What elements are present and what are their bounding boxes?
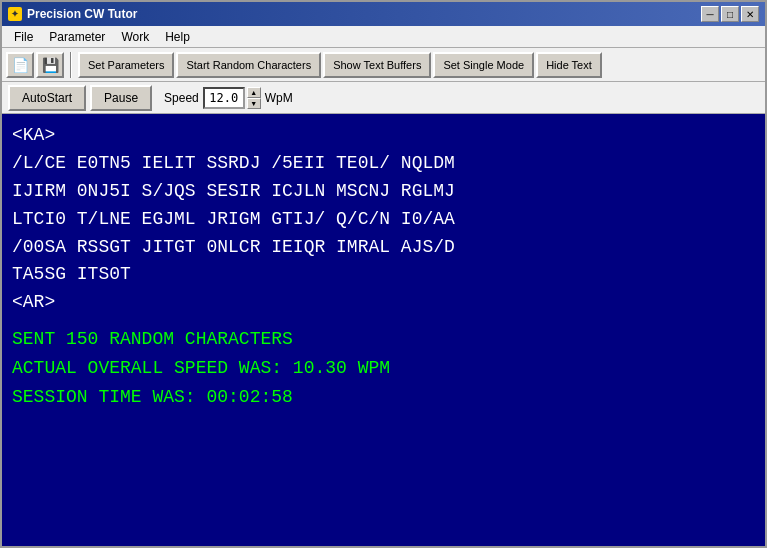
action-bar: AutoStart Pause Speed ▲ ▼ WpM	[2, 82, 765, 114]
menu-parameter[interactable]: Parameter	[41, 28, 113, 46]
speed-input[interactable]	[203, 87, 245, 109]
speed-container: ▲ ▼	[203, 87, 261, 109]
autostart-button[interactable]: AutoStart	[8, 85, 86, 111]
main-content: <KA> /L/CE E0TN5 IELIT SSRDJ /5EII TE0L/…	[2, 114, 765, 546]
status-line-1: SENT 150 RANDOM CHARACTERS	[12, 325, 755, 354]
cw-line-5: /00SA RSSGT JITGT 0NLCR IEIQR IMRAL AJS/…	[12, 234, 755, 262]
cw-line-4: LTCI0 T/LNE EGJML JRIGM GTIJ/ Q/C/N I0/A…	[12, 206, 755, 234]
menu-work[interactable]: Work	[113, 28, 157, 46]
cw-line-6: TA5SG ITS0T	[12, 261, 755, 289]
toolbar-separator	[70, 52, 72, 78]
close-button[interactable]: ✕	[741, 6, 759, 22]
start-random-button[interactable]: Start Random Characters	[176, 52, 321, 78]
wpm-label: WpM	[265, 91, 293, 105]
menu-help[interactable]: Help	[157, 28, 198, 46]
speed-spinner: ▲ ▼	[247, 87, 261, 109]
speed-label: Speed	[164, 91, 199, 105]
cw-text-area: <KA> /L/CE E0TN5 IELIT SSRDJ /5EII TE0L/…	[12, 122, 755, 317]
window-title: Precision CW Tutor	[27, 7, 137, 21]
minimize-button[interactable]: ─	[701, 6, 719, 22]
pause-button[interactable]: Pause	[90, 85, 152, 111]
status-line-3: SESSION TIME WAS: 00:02:58	[12, 383, 755, 412]
show-text-buffers-button[interactable]: Show Text Buffers	[323, 52, 431, 78]
status-line-2: ACTUAL OVERALL SPEED WAS: 10.30 WPM	[12, 354, 755, 383]
cw-line-1: <KA>	[12, 122, 755, 150]
window-controls: ─ □ ✕	[701, 6, 759, 22]
app-icon: ✦	[8, 7, 22, 21]
main-window: ✦ Precision CW Tutor ─ □ ✕ File Paramete…	[0, 0, 767, 548]
speed-up-button[interactable]: ▲	[247, 87, 261, 98]
cw-line-7: <AR>	[12, 289, 755, 317]
speed-down-button[interactable]: ▼	[247, 98, 261, 109]
status-area: SENT 150 RANDOM CHARACTERS ACTUAL OVERAL…	[12, 325, 755, 411]
set-parameters-button[interactable]: Set Parameters	[78, 52, 174, 78]
maximize-button[interactable]: □	[721, 6, 739, 22]
cw-line-3: IJIRM 0NJ5I S/JQS SESIR ICJLN MSCNJ RGLM…	[12, 178, 755, 206]
new-file-button[interactable]: 📄	[6, 52, 34, 78]
toolbar: 📄 💾 Set Parameters Start Random Characte…	[2, 48, 765, 82]
save-button[interactable]: 💾	[36, 52, 64, 78]
menu-file[interactable]: File	[6, 28, 41, 46]
menu-bar: File Parameter Work Help	[2, 26, 765, 48]
title-bar: ✦ Precision CW Tutor ─ □ ✕	[2, 2, 765, 26]
cw-line-2: /L/CE E0TN5 IELIT SSRDJ /5EII TE0L/ NQLD…	[12, 150, 755, 178]
hide-text-button[interactable]: Hide Text	[536, 52, 602, 78]
set-single-mode-button[interactable]: Set Single Mode	[433, 52, 534, 78]
title-bar-left: ✦ Precision CW Tutor	[8, 7, 137, 21]
